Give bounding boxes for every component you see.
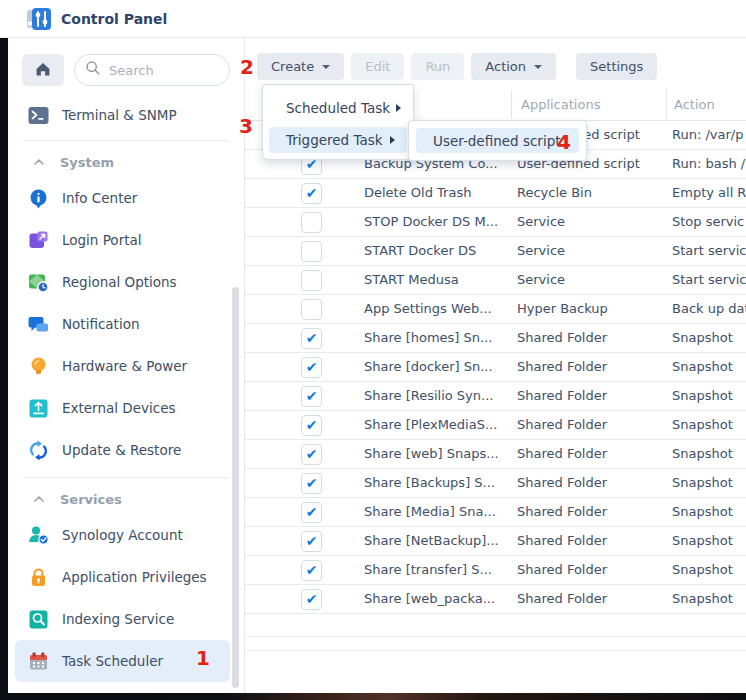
create-button[interactable]: Create [257,53,344,80]
action-cell: Snapshot [672,527,746,555]
sidebar-item-hardware-power[interactable]: Hardware & Power [8,345,244,387]
task-name-cell: Share [docker] Sn... [364,353,516,381]
action-cell: Run: bash / [672,150,746,178]
table-row[interactable]: ✔Share [web] Snaps...Shared FolderSnapsh… [245,440,746,469]
sidebar-item-label: Indexing Service [62,611,174,627]
menu-item-triggered-task[interactable]: Triggered Task [269,127,407,153]
submenu-arrow-icon [390,136,395,144]
submenu-item-label: User-defined script [433,133,561,149]
table-row[interactable]: ✔Share [docker] Sn...Shared FolderSnapsh… [245,353,746,382]
button-label: Action [485,59,526,74]
task-name-cell: Share [PlexMediaS... [364,411,516,439]
checkbox-checked[interactable]: ✔ [301,560,322,581]
applications-cell: Service [517,237,667,265]
column-header-applications[interactable]: Applications [521,88,600,121]
sidebar-item-label: Update & Restore [62,442,181,458]
sidebar-item-label: Hardware & Power [62,358,187,374]
caret-down-icon [322,65,330,69]
action-cell: Start servic [672,237,746,265]
applications-cell: Service [517,208,667,236]
checkbox-unchecked[interactable] [301,241,322,262]
checkbox-unchecked[interactable] [301,299,322,320]
sidebar-item-regional-options[interactable]: Regional Options [8,261,244,303]
sidebar-divider [23,477,229,478]
table-row[interactable]: ✔Share [Resilio Syn...Shared FolderSnaps… [245,382,746,411]
sidebar-item-login-portal[interactable]: Login Portal [8,219,244,261]
submenu-arrow-icon [396,104,401,112]
sidebar-item-label: External Devices [62,400,176,416]
table-row[interactable]: ✔Share [transfer] S...Shared FolderSnaps… [245,556,746,585]
sidebar-item-update-restore[interactable]: Update & Restore [8,429,244,471]
annotation-1: 1 [196,648,210,668]
checkbox-checked[interactable]: ✔ [301,531,322,552]
checkbox-checked[interactable]: ✔ [301,183,322,204]
search-box[interactable] [74,54,230,86]
sidebar-item-terminal-snmp[interactable]: Terminal & SNMP [8,96,244,134]
sidebar-item-label: Notification [62,316,139,332]
sidebar-item-label: Synology Account [62,527,183,543]
menu-item-scheduled-task[interactable]: Scheduled Task [263,95,413,121]
settings-button[interactable]: Settings [576,53,657,80]
table-row[interactable]: ✔Share [web_packa...Shared FolderSnapsho… [245,585,746,614]
checkbox-unchecked[interactable] [301,212,322,233]
checkbox-checked[interactable]: ✔ [301,386,322,407]
sidebar-item-application-privileges[interactable]: Application Privileges [8,556,244,598]
applications-cell: Shared Folder [517,469,667,497]
task-scheduler-icon [28,651,49,672]
window-titlebar: Control Panel [0,0,746,38]
table-row[interactable]: ✔Share [NetBackup]...Shared FolderSnapsh… [245,527,746,556]
sidebar-section-system[interactable]: System [8,147,244,177]
checkbox-checked[interactable]: ✔ [301,357,322,378]
indexing-service-icon [28,609,49,630]
task-name-cell: Share [web] Snaps... [364,440,516,468]
home-icon [34,60,52,81]
sidebar-item-indexing-service[interactable]: Indexing Service [8,598,244,640]
applications-cell: Shared Folder [517,440,667,468]
checkbox-checked[interactable]: ✔ [301,444,322,465]
search-input[interactable] [109,63,219,78]
application-privileges-icon [28,567,49,588]
applications-cell: Shared Folder [517,498,667,526]
sidebar-section-label: Services [60,492,122,507]
sidebar-divider [23,140,229,141]
sidebar-section-services[interactable]: Services [8,484,244,514]
table-row[interactable]: ✔Delete Old TrashRecycle BinEmpty all R [245,179,746,208]
checkbox-checked[interactable]: ✔ [301,328,322,349]
run-button: Run [411,53,464,80]
task-name-cell: Delete Old Trash [364,179,516,207]
sidebar-item-external-devices[interactable]: External Devices [8,387,244,429]
checkbox-checked[interactable]: ✔ [301,589,322,610]
sidebar-nav: Terminal & SNMPSystemInfo CenterLogin Po… [8,96,244,682]
sidebar-item-notification[interactable]: Notification [8,303,244,345]
table-row[interactable]: START Docker DSServiceStart servic [245,237,746,266]
annotation-3: 3 [239,116,253,136]
checkbox-checked[interactable]: ✔ [301,473,322,494]
table-row[interactable]: ✔Share [homes] Sn...Shared FolderSnapsho… [245,324,746,353]
checkbox-checked[interactable]: ✔ [301,415,322,436]
checkbox-unchecked[interactable] [301,270,322,291]
applications-cell: Shared Folder [517,585,667,613]
applications-cell: Service [517,266,667,294]
table-row[interactable]: START MedusaServiceStart servic [245,266,746,295]
table-row[interactable]: ✔Share [PlexMediaS...Shared FolderSnapsh… [245,411,746,440]
menu-item-label: Triggered Task [286,132,383,148]
action-button[interactable]: Action [471,53,556,80]
sidebar-item-info-center[interactable]: Info Center [8,177,244,219]
table-row[interactable]: App Settings Web...Hyper BackupBack up d… [245,295,746,324]
home-button[interactable] [22,54,64,86]
submenu-item-user-defined-script[interactable]: User-defined script [416,128,579,153]
screen: Control Panel Terminal & SNMPSystemInfo … [0,0,746,700]
checkbox-checked[interactable]: ✔ [301,502,322,523]
annotation-2: 2 [240,57,254,77]
column-header-action[interactable]: Action [674,88,715,121]
sidebar-item-synology-account[interactable]: Synology Account [8,514,244,556]
task-name-cell: START Docker DS [364,237,516,265]
external-devices-icon [28,398,49,419]
table-row[interactable]: ✔Share [Media] Sna...Shared FolderSnapsh… [245,498,746,527]
control-panel-icon [26,6,52,32]
empty-row-line [245,650,746,651]
task-name-cell: Share [transfer] S... [364,556,516,584]
table-row[interactable]: ✔Share [Backups] S...Shared FolderSnapsh… [245,469,746,498]
sidebar-scrollbar[interactable] [232,287,239,688]
table-row[interactable]: STOP Docker DS M...ServiceStop servic [245,208,746,237]
